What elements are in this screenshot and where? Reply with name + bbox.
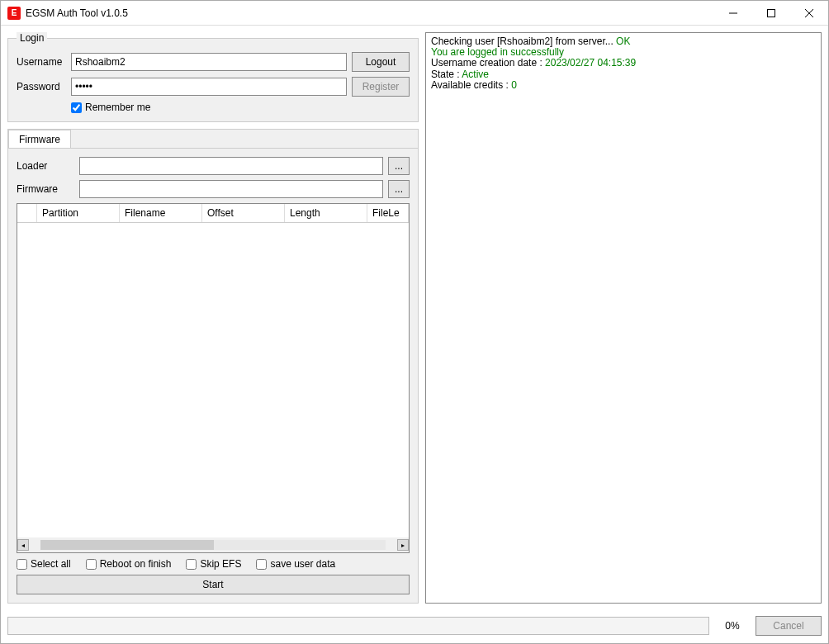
col-length[interactable]: Length <box>285 204 367 222</box>
svg-rect-1 <box>768 9 775 17</box>
loader-label: Loader <box>17 160 74 172</box>
skip-efs-checkbox[interactable] <box>186 559 197 570</box>
scroll-right-arrow-icon[interactable]: ▸ <box>397 539 409 551</box>
cancel-button[interactable]: Cancel <box>756 616 822 636</box>
remember-checkbox[interactable] <box>71 102 82 113</box>
firmware-browse-button[interactable]: ... <box>388 180 410 198</box>
loader-input[interactable] <box>79 157 383 175</box>
scroll-left-arrow-icon[interactable]: ◂ <box>17 539 29 551</box>
col-filename[interactable]: Filename <box>120 204 202 222</box>
skip-efs-option[interactable]: Skip EFS <box>186 558 241 570</box>
titlebar: E EGSM Auth Tool v1.0.5 <box>1 1 828 26</box>
save-user-option[interactable]: save user data <box>256 558 335 570</box>
reboot-option[interactable]: Reboot on finish <box>86 558 172 570</box>
username-label: Username <box>17 56 66 68</box>
firmware-input[interactable] <box>79 180 383 198</box>
window-title: EGSM Auth Tool v1.0.5 <box>26 7 714 19</box>
col-offset[interactable]: Offset <box>202 204 285 222</box>
app-icon: E <box>7 7 21 20</box>
select-all-checkbox[interactable] <box>17 559 27 570</box>
username-input[interactable] <box>71 53 347 71</box>
bottom-bar: 0% Cancel <box>1 610 828 643</box>
start-button[interactable]: Start <box>17 575 410 594</box>
log-pane[interactable]: Checking user [Rshoaibm2] from server...… <box>425 32 822 604</box>
tab-firmware[interactable]: Firmware <box>8 130 71 149</box>
col-partition[interactable]: Partition <box>37 204 120 222</box>
minimize-button[interactable] <box>714 1 752 25</box>
maximize-button[interactable] <box>752 1 790 25</box>
col-filelen[interactable]: FileLe <box>367 204 409 222</box>
remember-label: Remember me <box>85 102 150 113</box>
partition-table: Partition Filename Offset Length FileLe … <box>17 203 410 553</box>
save-user-checkbox[interactable] <box>256 559 267 570</box>
table-scrollbar[interactable]: ◂ ▸ <box>17 537 409 552</box>
reboot-checkbox[interactable] <box>86 559 97 570</box>
select-all-option[interactable]: Select all <box>17 558 71 570</box>
progress-percent: 0% <box>716 620 749 632</box>
progress-bar <box>7 617 709 635</box>
password-input[interactable] <box>71 78 347 96</box>
login-fieldset: Login Username Logout Password Register … <box>7 32 419 122</box>
firmware-label: Firmware <box>17 183 74 195</box>
col-checkbox[interactable] <box>17 204 37 222</box>
login-legend: Login <box>17 32 47 44</box>
firmware-tab-container: Firmware Loader ... Firmware ... Partiti… <box>7 129 419 604</box>
password-label: Password <box>17 81 66 92</box>
logout-button[interactable]: Logout <box>352 52 410 72</box>
table-body <box>17 223 409 537</box>
loader-browse-button[interactable]: ... <box>388 157 410 175</box>
close-button[interactable] <box>790 1 828 25</box>
register-button[interactable]: Register <box>352 77 410 97</box>
